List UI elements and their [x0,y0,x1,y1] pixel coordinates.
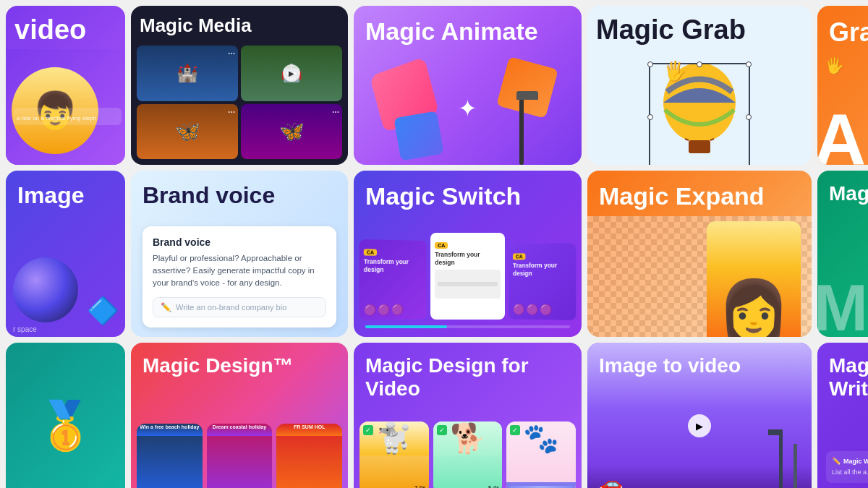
handle-tl [647,61,653,67]
card-magic-grab[interactable]: Magic Grab [587,6,812,165]
main-grid: video 👦 a ride on a magical flying eleph… [0,0,868,488]
shape-3d-orange [496,56,558,119]
play-button[interactable]: ▶ [688,414,711,437]
switch-tag-3: CA [513,253,526,260]
video-inner: 👦 a ride on a magical flying eleph [6,49,125,165]
media-thumb-2: 🤖 ▶ [241,46,342,101]
timestamp-2: 8.4s [488,484,500,488]
write-content: ✏️ Magic Write™ List all the a... availa… [817,406,868,488]
pole-2 [793,444,797,488]
lamp-head [516,91,538,100]
magic-write-title: Magic Write™ [817,343,868,406]
switch-progress-fill [365,325,447,328]
write-box: ✏️ Magic Write™ List all the a... availa… [826,451,868,483]
switch-icons-1: 🟣 🟣 🟣 [364,304,422,316]
write-wand-icon: ✏️ [832,457,841,465]
teal-emoji: 🥇 [36,398,95,453]
more-btn-3[interactable]: ··· [228,107,235,117]
magic-design-video-title: Magic Design for Video [354,343,582,406]
animate-shapes: ✦ [354,51,582,165]
dog-thumb-2: 🐕 ✓ 8.4s [433,421,503,488]
switch-card1-text: Transform your design [364,258,422,275]
phone2-text: Dream coastal holiday [213,424,266,430]
card-magic-animate[interactable]: Magic Animate ✦ [354,6,582,165]
switch-content: CA Transform your design 🟣 🟣 🟣 CA Transf… [354,216,582,325]
image-3d-shape: 🔷 [87,296,119,326]
dog-thumb-1: 🐩 ✓ 7.0s [359,421,429,488]
grab-content: 🖐️ [587,54,812,165]
card-video[interactable]: video 👦 a ride on a magical flying eleph [6,6,125,165]
card-image[interactable]: Image 🔷 r space [6,171,125,337]
handle-tr [746,61,752,67]
card-image-to-video[interactable]: Image to video 🚗 ▶ 4.0s 2.0s [587,343,812,488]
brand-voice-box-text: Playful or professional? Approachable or… [153,252,326,290]
magic-partial-content: M [817,211,868,337]
switch-icons-3: 🟣 🟣 🟣 [513,304,571,316]
brand-voice-title: Brand voice [131,171,348,215]
dog-thumb-3: 🐾 ✓ 4 [506,421,576,488]
video-caption: a ride on a magical flying eleph [17,115,96,121]
design-phone-1: Win a free beach holiday [137,424,203,488]
switch-tag-2: CA [435,242,448,249]
grab-partial-title: Grab [817,6,868,53]
brand-voice-placeholder: Write an on-brand company bio [176,303,286,312]
card-brand-voice[interactable]: Brand voice Brand voice Playful or profe… [131,171,348,337]
card-magic-design[interactable]: Magic Design™ Win a free beach holiday D… [131,343,348,488]
media-thumb-1: 🏰 ··· [137,46,238,101]
switch-progress-bar [365,325,570,328]
card-magic-expand[interactable]: Magic Expand 👩 [587,171,812,337]
pole-1 [779,429,783,488]
design-content: Win a free beach holiday Dream coastal h… [131,383,348,488]
switch-card3-text: Transform your design [513,262,571,278]
brand-voice-box: Brand voice Playful or professional? App… [142,226,336,328]
card-video-title: video [6,6,95,55]
grab-letter-A: A [817,103,866,165]
phone1-text: Win a free beach holiday [140,424,199,430]
card-magic-switch[interactable]: Magic Switch CA Transform your design 🟣 … [354,171,582,337]
card-magic-partial-right[interactable]: Magic M [817,171,868,337]
magic-animate-title: Magic Animate [354,6,582,51]
more-btn-4[interactable]: ··· [332,107,339,117]
magic-switch-title: Magic Switch [354,171,582,216]
design-phone-2: Dream coastal holiday [207,424,273,488]
sparkle-icon: ✦ [458,95,477,122]
grab-cursor-2: 🖐️ [825,56,844,75]
card-magic-write[interactable]: Magic Write™ ✏️ Magic Write™ List all th… [817,343,868,488]
scene-car: 🚗 [598,472,624,488]
handle-tm [697,61,702,67]
card-teal[interactable]: 🥇 [6,343,125,488]
expand-content: 👩 [587,216,812,337]
image-content: 🔷 [6,215,125,337]
image-title: Image [6,171,125,215]
lamp-pole [519,93,524,165]
card-grab-partial[interactable]: Grab A 🖐️ [817,6,868,165]
image-to-video-title: Image to video [587,343,752,383]
write-box-header: ✏️ Magic Write™ [832,457,868,465]
card-magic-design-video[interactable]: Magic Design for Video 🐩 ✓ 7.0s 🐕 ✓ 8.4s… [354,343,582,488]
play-btn-2[interactable]: ▶ [283,64,300,82]
media-thumb-3: 🦋 ··· [137,104,238,160]
magic-partial-letter: M [817,275,868,337]
check-1: ✓ [363,425,373,435]
handle-ml [647,114,653,120]
magic-media-title: Magic Media [131,6,348,40]
magic-expand-title: Magic Expand [587,171,812,216]
switch-card-2: CA Transform your design [430,233,504,320]
switch-doc-preview [435,270,500,299]
write-box-text: List all the a... available with [832,468,868,477]
grab-partial-content: A 🖐️ [817,53,868,165]
design-video-content: 🐩 ✓ 7.0s 🐕 ✓ 8.4s 🐾 ✓ 4 [354,406,582,488]
handle-mr [746,114,752,120]
check-3: ✓ [510,425,520,435]
brand-voice-input[interactable]: ✏️ Write an on-brand company bio [153,297,326,317]
magic-partial-title: Magic [817,171,868,211]
switch-card-3: CA Transform your design 🟣 🟣 🟣 [509,243,576,320]
phone3-text: FR SUM HOL [294,424,326,430]
more-btn-1[interactable]: ··· [228,48,235,59]
teal-content: 🥇 [6,343,125,488]
switch-tag-1: CA [364,249,377,255]
magic-design-title: Magic Design™ [131,343,348,383]
card-magic-media[interactable]: Magic Media 🏰 ··· 🤖 ▶ 🦋 ··· [131,6,348,165]
wand-icon: ✏️ [161,302,171,312]
expand-person-photo: 👩 [707,221,801,337]
